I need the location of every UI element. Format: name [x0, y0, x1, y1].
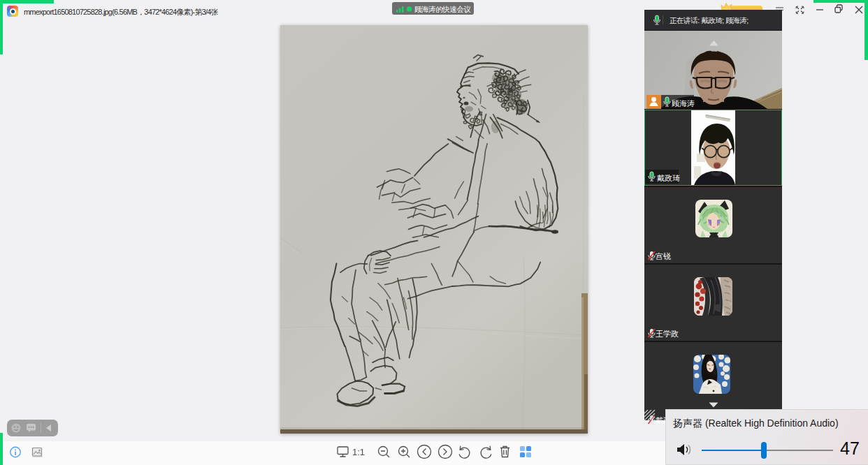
svg-text:1:1: 1:1: [352, 447, 365, 457]
